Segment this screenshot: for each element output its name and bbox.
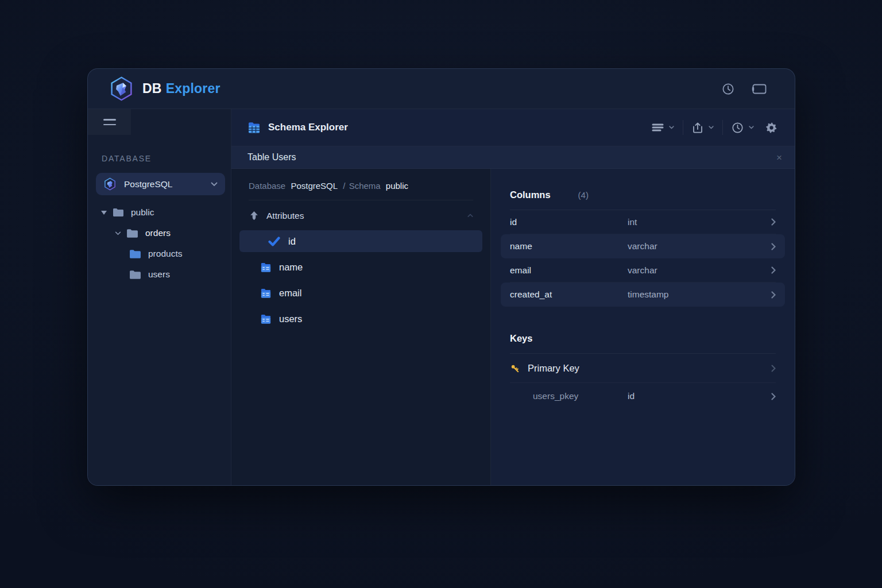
hamburger-icon bbox=[103, 119, 116, 125]
chevron-down-icon bbox=[709, 126, 714, 129]
tree-item-users[interactable]: users bbox=[88, 264, 231, 285]
gear-icon bbox=[765, 122, 777, 134]
toolbar bbox=[652, 120, 777, 135]
tree-item-label: products bbox=[148, 249, 182, 259]
chevron-down-icon[interactable] bbox=[114, 231, 121, 235]
tab-title: Table Users bbox=[247, 152, 296, 163]
sidebar-item-postgresql[interactable]: PostgreSQL bbox=[96, 173, 225, 195]
column-type: varchar bbox=[628, 265, 657, 276]
attribute-label: id bbox=[288, 236, 296, 247]
attribute-item-id[interactable]: id bbox=[239, 230, 482, 252]
chevron-right-icon bbox=[771, 218, 776, 226]
chevron-right-icon bbox=[771, 243, 776, 250]
column-type: varchar bbox=[628, 241, 657, 252]
check-icon bbox=[268, 237, 280, 246]
chevron-right-icon bbox=[771, 393, 776, 400]
primary-key-row[interactable]: Primary Key bbox=[510, 354, 776, 383]
history-clock-icon bbox=[732, 122, 744, 134]
caret-down-icon[interactable] bbox=[100, 211, 107, 215]
folder-icon bbox=[126, 229, 138, 238]
column-type: timestamp bbox=[628, 289, 669, 300]
primary-key-label: Primary Key bbox=[528, 363, 579, 374]
breadcrumb-schema-label: Schema bbox=[349, 181, 381, 191]
key-column: id bbox=[628, 391, 635, 401]
breadcrumb-db-value[interactable]: PostgreSQL bbox=[291, 181, 338, 191]
columns-table: id int name varchar bbox=[510, 210, 776, 307]
settings-button[interactable] bbox=[765, 122, 777, 134]
app-title-primary: DB bbox=[142, 81, 162, 96]
column-row-id[interactable]: id int bbox=[510, 210, 776, 234]
main-area: Schema Explorer bbox=[231, 109, 795, 485]
attributes-title: Attributes bbox=[266, 211, 304, 221]
folder-icon bbox=[129, 249, 141, 259]
attribute-item-name[interactable]: name bbox=[231, 254, 490, 280]
chevron-right-icon bbox=[771, 266, 776, 274]
attribute-label: users bbox=[279, 314, 302, 324]
chevron-down-icon bbox=[669, 126, 674, 129]
attributes-panel: Database PostgreSQL / Schema public bbox=[231, 169, 491, 485]
column-name: email bbox=[510, 265, 628, 276]
key-name: users_pkey bbox=[533, 391, 628, 401]
column-row-name[interactable]: name varchar bbox=[501, 234, 785, 258]
main-header: Schema Explorer bbox=[231, 109, 795, 146]
chevron-right-icon bbox=[771, 365, 776, 372]
share-export-button[interactable] bbox=[692, 122, 714, 134]
column-row-email[interactable]: email varchar bbox=[510, 258, 776, 283]
folder-icon bbox=[113, 208, 124, 217]
tree-item-products[interactable]: products bbox=[88, 243, 231, 264]
table-icon bbox=[260, 262, 272, 273]
breadcrumb: Database PostgreSQL / Schema public bbox=[231, 169, 490, 200]
schema-table-icon bbox=[247, 122, 261, 134]
publish-arrow-icon bbox=[249, 210, 260, 221]
sidebar-toggle-button[interactable] bbox=[88, 109, 131, 135]
sidebar-section-label: DATABASE bbox=[102, 154, 231, 163]
breadcrumb-schema-value[interactable]: public bbox=[386, 181, 408, 191]
schema-tree: public orders products bbox=[88, 202, 231, 285]
columns-section-title: Columns bbox=[510, 189, 551, 200]
page-title: Schema Explorer bbox=[268, 122, 348, 133]
table-icon bbox=[260, 314, 272, 324]
titlebar: DBExplorer bbox=[88, 69, 795, 109]
chevron-right-icon bbox=[771, 291, 776, 299]
chevron-down-icon bbox=[749, 126, 754, 129]
tree-item-label: orders bbox=[145, 228, 171, 238]
chevron-down-icon bbox=[211, 182, 218, 187]
app-logo-icon bbox=[109, 76, 134, 102]
breadcrumb-db-label: Database bbox=[249, 181, 285, 191]
app-brand: DBExplorer bbox=[109, 76, 220, 102]
close-icon[interactable]: × bbox=[776, 153, 782, 163]
chevron-up-icon[interactable] bbox=[467, 214, 473, 218]
postgresql-logo-icon bbox=[103, 177, 117, 191]
menu-lines-icon bbox=[652, 123, 664, 131]
tree-item-label: public bbox=[131, 207, 154, 218]
tree-item-public[interactable]: public bbox=[88, 202, 231, 223]
column-name: id bbox=[510, 217, 628, 227]
details-panel: Columns (4) id int bbox=[491, 169, 795, 485]
app-title-secondary: Explorer bbox=[166, 81, 220, 96]
column-row-created-at[interactable]: created_at timestamp bbox=[501, 283, 785, 307]
column-type: int bbox=[628, 217, 637, 227]
key-icon bbox=[510, 363, 520, 373]
attribute-label: name bbox=[279, 262, 303, 273]
history-clock-icon[interactable] bbox=[722, 83, 734, 95]
tree-item-label: users bbox=[148, 269, 170, 280]
keys-section-title: Keys bbox=[510, 333, 532, 344]
key-row-users-pkey[interactable]: users_pkey id bbox=[510, 383, 776, 409]
view-options-button[interactable] bbox=[652, 123, 674, 131]
columns-count-badge: (4) bbox=[578, 190, 589, 200]
column-name: name bbox=[510, 241, 628, 252]
table-tab-bar[interactable]: Table Users × bbox=[231, 146, 795, 169]
tree-item-orders[interactable]: orders bbox=[88, 223, 231, 243]
sidebar: DATABASE PostgreSQL bbox=[88, 109, 231, 485]
history-button[interactable] bbox=[732, 122, 754, 134]
connection-label: PostgreSQL bbox=[124, 179, 172, 189]
attribute-item-email[interactable]: email bbox=[231, 280, 490, 306]
attribute-item-users[interactable]: users bbox=[231, 306, 490, 332]
attribute-label: email bbox=[279, 288, 301, 299]
share-export-icon bbox=[692, 122, 703, 134]
attributes-section-header[interactable]: Attributes bbox=[231, 200, 490, 229]
app-title: DBExplorer bbox=[142, 81, 220, 96]
window-panel-icon[interactable] bbox=[752, 83, 767, 95]
app-window: DBExplorer DATABASE bbox=[87, 68, 795, 486]
folder-icon bbox=[129, 270, 141, 280]
